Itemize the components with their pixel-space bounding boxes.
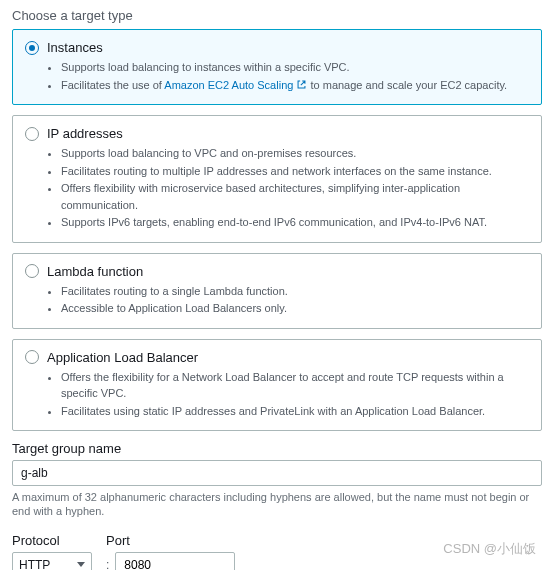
bullet: Facilitates the use of Amazon EC2 Auto S… <box>61 77 529 94</box>
bullet: Supports load balancing to VPC and on-pr… <box>61 145 529 162</box>
watermark: CSDN @小仙饭 <box>443 540 536 558</box>
opt-label: IP addresses <box>47 126 123 141</box>
bullet: Supports load balancing to instances wit… <box>61 59 529 76</box>
target-type-alb[interactable]: Application Load Balancer Offers the fle… <box>12 339 542 432</box>
opt-label: Application Load Balancer <box>47 350 198 365</box>
opt-label: Instances <box>47 40 103 55</box>
opt-label: Lambda function <box>47 264 143 279</box>
protocol-value: HTTP <box>19 558 50 570</box>
external-link-icon <box>296 79 307 90</box>
target-type-instances[interactable]: Instances Supports load balancing to ins… <box>12 29 542 105</box>
target-type-lambda[interactable]: Lambda function Facilitates routing to a… <box>12 253 542 329</box>
colon: : <box>106 558 109 570</box>
target-type-ip[interactable]: IP addresses Supports load balancing to … <box>12 115 542 243</box>
bullet: Facilitates routing to a single Lambda f… <box>61 283 529 300</box>
section-title: Choose a target type <box>12 8 542 23</box>
radio-lambda[interactable] <box>25 264 39 278</box>
radio-ip[interactable] <box>25 127 39 141</box>
auto-scaling-link[interactable]: Amazon EC2 Auto Scaling <box>164 79 307 91</box>
protocol-label: Protocol <box>12 533 92 548</box>
tg-name-helper: A maximum of 32 alphanumeric characters … <box>12 490 542 519</box>
radio-instances[interactable] <box>25 41 39 55</box>
port-input[interactable] <box>115 552 235 570</box>
radio-alb[interactable] <box>25 350 39 364</box>
bullet: Supports IPv6 targets, enabling end-to-e… <box>61 214 529 231</box>
port-label: Port <box>106 533 235 548</box>
bullet: Facilitates routing to multiple IP addre… <box>61 163 529 180</box>
tg-name-input[interactable] <box>12 460 542 486</box>
bullet: Offers flexibility with microservice bas… <box>61 180 529 213</box>
protocol-select[interactable]: HTTP <box>12 552 92 570</box>
bullet: Facilitates using static IP addresses an… <box>61 403 529 420</box>
chevron-down-icon <box>77 562 85 567</box>
bullet: Offers the flexibility for a Network Loa… <box>61 369 529 402</box>
tg-name-label: Target group name <box>12 441 542 456</box>
bullet: Accessible to Application Load Balancers… <box>61 300 529 317</box>
